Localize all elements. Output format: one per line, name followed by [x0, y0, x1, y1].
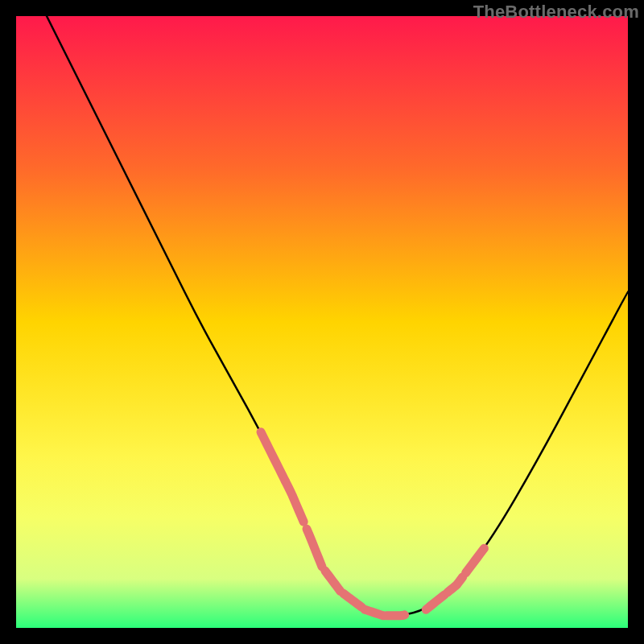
- gradient-background: [16, 16, 628, 628]
- chart-frame: [16, 16, 628, 628]
- marker-segment: [386, 615, 405, 616]
- marker-segment: [365, 609, 383, 616]
- watermark-text: TheBottleneck.com: [473, 2, 639, 23]
- chart-svg: [16, 16, 628, 628]
